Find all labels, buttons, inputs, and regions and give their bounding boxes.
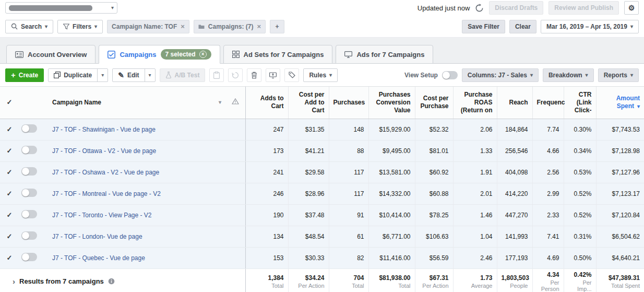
campaign-toggle[interactable] [21, 146, 37, 154]
campaign-toggle[interactable] [21, 167, 37, 176]
create-button[interactable]: + Create [5, 68, 44, 82]
refresh-icon[interactable] [475, 4, 484, 13]
metric-cell-purchases: 91 [329, 204, 368, 226]
campaigns-table: ✓Campaign Name▾Adds to CartCost per Add … [0, 87, 644, 292]
filter-pill-campaign-name[interactable]: Campaign Name: TOF × [107, 20, 189, 33]
column-header-cost-per-purchase[interactable]: Cost per Purchase [415, 87, 453, 119]
close-icon[interactable]: × [181, 22, 185, 30]
metric-cell-frequenc: 2.56 [532, 161, 564, 183]
breakdown-label: Breakdown [548, 72, 582, 79]
preview-export-icon[interactable] [266, 68, 280, 82]
row-checkbox[interactable]: ✓ [0, 204, 19, 226]
duplicate-button[interactable]: Duplicate [49, 69, 97, 81]
campaign-toggle[interactable] [21, 210, 37, 218]
metric-cell-cost-per-purchase: $81.01 [415, 140, 453, 161]
campaign-toggle[interactable] [21, 253, 37, 261]
tab-campaigns[interactable]: Campaigns 7 selected × [99, 45, 220, 64]
tab-ad-sets[interactable]: Ad Sets for 7 Campaigns [223, 45, 333, 64]
save-filter-button[interactable]: Save Filter [462, 20, 505, 33]
campaign-name-link[interactable]: J7 - TOF - Montreal - Vue de page - V2 [52, 190, 161, 197]
clipboard-icon[interactable] [209, 68, 224, 82]
table-row: ✓J7 - TOF - Quebec - Vue de page153$30.3… [0, 247, 644, 268]
ab-test-button[interactable]: A/B Test [160, 68, 206, 82]
column-header-reach[interactable]: Reach [497, 87, 532, 119]
results-expander[interactable]: ›Results from 7 campaigns [13, 277, 245, 285]
select-all-checkbox[interactable]: ✓ [0, 87, 19, 119]
column-header-purchases[interactable]: Purchases [329, 87, 368, 119]
row-checkbox[interactable]: ✓ [0, 247, 19, 268]
column-header-purchases-conversion-value[interactable]: Purchases Conversion Value [368, 87, 415, 119]
campaign-toggle[interactable] [21, 231, 37, 240]
total-cell-purchases: 704Total [329, 268, 368, 292]
info-icon [108, 278, 115, 285]
date-range-picker[interactable]: Mar 16, 2019 – Apr 15, 2019 ▾ [541, 20, 639, 33]
columns-button[interactable]: Columns: J7 - Sales ▾ [462, 68, 539, 82]
edit-options-caret[interactable]: ▾ [145, 69, 155, 81]
close-icon[interactable]: × [257, 22, 261, 30]
metric-cell-ctr-link-click: 0.52% [564, 183, 596, 204]
filter-pill-campaigns[interactable]: Campaigns: (7) × [194, 20, 266, 33]
history-icon[interactable] [228, 68, 243, 82]
account-selector-dropdown[interactable]: ▾ [5, 2, 117, 14]
tag-icon[interactable] [284, 68, 299, 82]
metric-cell-purchase-roas-return-on: 1.91 [453, 161, 497, 183]
discard-drafts-button[interactable]: Discard Drafts [489, 1, 543, 15]
metric-cell-frequenc: 4.66 [532, 140, 564, 161]
selected-count-label: 7 selected [165, 51, 196, 58]
delivery-warning-cell [225, 204, 245, 226]
campaign-name-link[interactable]: J7 - TOF - London- Vue de page [52, 233, 142, 240]
row-checkbox[interactable]: ✓ [0, 226, 19, 247]
breakdown-button[interactable]: Breakdown ▾ [543, 68, 594, 82]
column-header-campaign-name[interactable]: Campaign Name▾ [40, 87, 225, 119]
campaign-toggle[interactable] [21, 124, 37, 133]
view-setup-toggle[interactable] [442, 71, 458, 79]
edit-button[interactable]: ✎ Edit [113, 69, 144, 81]
sort-caret-icon[interactable]: ▾ [219, 99, 221, 106]
review-publish-button[interactable]: Review and Publish [548, 1, 619, 15]
clear-filters-button[interactable]: Clear [509, 20, 536, 33]
reports-button[interactable]: Reports ▾ [598, 68, 639, 82]
row-checkbox[interactable]: ✓ [0, 183, 19, 204]
tab-ads[interactable]: Ads for 7 Campaigns [336, 45, 433, 64]
metric-cell-cost-per-add-to-cart: $37.48 [288, 204, 329, 226]
column-header-amount-spent[interactable]: Amount Spent▾ [596, 87, 644, 119]
settings-gear-icon[interactable]: ⚙ [624, 1, 639, 15]
total-sub-label: Total Spent [601, 283, 640, 289]
metric-cell-purchases-conversion-value: $9,495.00 [368, 140, 415, 161]
delivery-warning-cell [225, 161, 245, 183]
search-button[interactable]: Search ▾ [5, 20, 53, 33]
metric-cell-purchases-conversion-value: $6,771.00 [368, 226, 415, 247]
rules-button[interactable]: Rules ▾ [303, 68, 338, 82]
check-icon: ✓ [7, 168, 13, 176]
row-checkbox[interactable]: ✓ [0, 140, 19, 161]
column-header-ctr-link-click[interactable]: CTR (Link Click- [564, 87, 596, 119]
campaign-name-link[interactable]: J7 - TOF - Quebec - Vue de page [52, 254, 145, 262]
table-footer-row: ›Results from 7 campaigns1,384Total$34.2… [0, 268, 644, 292]
metric-cell-reach: 184,864 [497, 119, 532, 140]
column-header-cost-per-add-to-cart[interactable]: Cost per Add to Cart [288, 87, 329, 119]
deselect-all-icon[interactable]: × [199, 51, 207, 58]
column-header-purchase-roas-return-on[interactable]: Purchase ROAS (Return on [453, 87, 497, 119]
campaign-name-cell: J7 - TOF - Montreal - Vue de page - V2 [40, 183, 225, 204]
filters-button[interactable]: Filters ▾ [57, 20, 103, 33]
total-cell-purchase-roas-return-on: 1.73Average [453, 268, 497, 292]
tab-account-overview[interactable]: Account Overview [6, 45, 96, 64]
table-toolbar: + Create Duplicate ▾ ✎ Edit ▾ A [0, 64, 644, 87]
row-checkbox[interactable]: ✓ [0, 161, 19, 183]
row-checkbox[interactable]: ✓ [0, 119, 19, 140]
chevron-down-icon: ▾ [149, 73, 151, 78]
campaign-toggle[interactable] [21, 189, 37, 197]
column-header-frequenc[interactable]: Frequenc [532, 87, 564, 119]
campaign-name-link[interactable]: J7 - TOF - Ottawa - V2 - Vue de page [52, 147, 156, 155]
column-header-adds-to-cart[interactable]: Adds to Cart [245, 87, 288, 119]
campaign-name-link[interactable]: J7 - TOF - Shawinigan - Vue de page [52, 126, 156, 133]
create-button-label: Create [19, 72, 38, 79]
campaign-name-link[interactable]: J7 - TOF - Oshawa - V2 - Vue de page [52, 169, 159, 176]
toggle-cell [19, 226, 40, 247]
delivery-warning-cell [225, 226, 245, 247]
duplicate-options-caret[interactable]: ▾ [97, 69, 108, 81]
delete-trash-icon[interactable] [247, 68, 261, 82]
campaign-name-link[interactable]: J7 - TOF - Toronto - View Page - V2 [52, 212, 152, 219]
add-filter-button[interactable]: + [270, 20, 284, 33]
metric-cell-amount-spent: $7,127.96 [596, 161, 644, 183]
